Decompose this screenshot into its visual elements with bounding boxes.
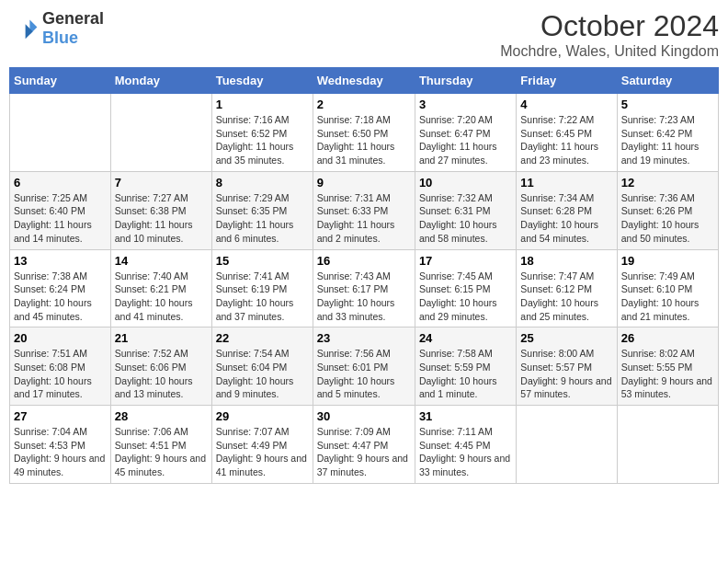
calendar-cell: 26Sunrise: 8:02 AMSunset: 5:55 PMDayligh… <box>617 327 718 406</box>
calendar-cell: 4Sunrise: 7:22 AMSunset: 6:45 PMDaylight… <box>517 94 617 172</box>
calendar-cell: 28Sunrise: 7:06 AMSunset: 4:51 PMDayligh… <box>110 406 211 484</box>
day-info: Sunrise: 7:09 AMSunset: 4:47 PMDaylight:… <box>317 425 411 479</box>
day-info: Sunrise: 7:43 AMSunset: 6:17 PMDaylight:… <box>317 270 411 324</box>
week-row-3: 13Sunrise: 7:38 AMSunset: 6:24 PMDayligh… <box>10 249 719 327</box>
calendar-cell: 21Sunrise: 7:52 AMSunset: 6:06 PMDayligh… <box>110 327 211 406</box>
calendar-cell <box>517 406 617 484</box>
day-number: 6 <box>14 176 107 190</box>
day-number: 19 <box>621 254 714 268</box>
day-number: 16 <box>317 254 411 268</box>
day-number: 11 <box>520 176 612 190</box>
day-number: 2 <box>317 98 411 111</box>
calendar-cell: 9Sunrise: 7:31 AMSunset: 6:33 PMDaylight… <box>313 171 415 249</box>
location: Mochdre, Wales, United Kingdom <box>500 43 719 60</box>
calendar-cell: 10Sunrise: 7:32 AMSunset: 6:31 PMDayligh… <box>415 171 516 249</box>
day-number: 26 <box>621 331 714 345</box>
calendar-cell: 7Sunrise: 7:27 AMSunset: 6:38 PMDaylight… <box>110 171 211 249</box>
calendar-cell: 8Sunrise: 7:29 AMSunset: 6:35 PMDaylight… <box>211 171 313 249</box>
day-number: 21 <box>115 331 208 345</box>
day-info: Sunrise: 7:20 AMSunset: 6:47 PMDaylight:… <box>419 113 512 167</box>
calendar-cell: 18Sunrise: 7:47 AMSunset: 6:12 PMDayligh… <box>517 249 617 327</box>
calendar-cell: 19Sunrise: 7:49 AMSunset: 6:10 PMDayligh… <box>617 249 718 327</box>
calendar-cell <box>110 94 211 172</box>
day-number: 20 <box>14 331 107 345</box>
calendar-cell: 17Sunrise: 7:45 AMSunset: 6:15 PMDayligh… <box>415 249 516 327</box>
day-number: 28 <box>115 409 208 423</box>
day-number: 14 <box>115 254 208 268</box>
header: General Blue October 2024 Mochdre, Wales… <box>9 9 719 60</box>
day-info: Sunrise: 7:32 AMSunset: 6:31 PMDaylight:… <box>419 191 512 246</box>
day-number: 30 <box>317 409 411 423</box>
calendar-cell: 3Sunrise: 7:20 AMSunset: 6:47 PMDaylight… <box>415 94 516 172</box>
day-info: Sunrise: 7:06 AMSunset: 4:51 PMDaylight:… <box>115 425 208 479</box>
day-info: Sunrise: 7:47 AMSunset: 6:12 PMDaylight:… <box>520 270 612 324</box>
day-info: Sunrise: 7:23 AMSunset: 6:42 PMDaylight:… <box>621 113 714 167</box>
day-info: Sunrise: 7:41 AMSunset: 6:19 PMDaylight:… <box>216 270 309 324</box>
logo-text: General Blue <box>42 9 104 48</box>
calendar-cell: 20Sunrise: 7:51 AMSunset: 6:08 PMDayligh… <box>10 327 111 406</box>
day-info: Sunrise: 7:38 AMSunset: 6:24 PMDaylight:… <box>14 270 107 324</box>
day-number: 22 <box>216 331 309 345</box>
logo-blue: Blue <box>42 29 78 47</box>
day-info: Sunrise: 8:00 AMSunset: 5:57 PMDaylight:… <box>520 347 612 401</box>
day-number: 25 <box>520 331 612 345</box>
day-number: 23 <box>317 331 411 345</box>
month-title: October 2024 <box>500 9 719 43</box>
calendar-cell <box>617 406 718 484</box>
day-header-friday: Friday <box>517 68 617 94</box>
day-number: 10 <box>419 176 512 190</box>
week-row-1: 1Sunrise: 7:16 AMSunset: 6:52 PMDaylight… <box>10 94 719 172</box>
day-number: 29 <box>216 409 309 423</box>
calendar-cell: 23Sunrise: 7:56 AMSunset: 6:01 PMDayligh… <box>313 327 415 406</box>
day-number: 1 <box>216 98 309 111</box>
day-info: Sunrise: 7:58 AMSunset: 5:59 PMDaylight:… <box>419 347 512 401</box>
day-number: 13 <box>14 254 107 268</box>
day-info: Sunrise: 7:18 AMSunset: 6:50 PMDaylight:… <box>317 113 411 167</box>
calendar-cell: 5Sunrise: 7:23 AMSunset: 6:42 PMDaylight… <box>617 94 718 172</box>
week-row-2: 6Sunrise: 7:25 AMSunset: 6:40 PMDaylight… <box>10 171 719 249</box>
day-info: Sunrise: 7:45 AMSunset: 6:15 PMDaylight:… <box>419 270 512 324</box>
day-number: 9 <box>317 176 411 190</box>
day-info: Sunrise: 7:54 AMSunset: 6:04 PMDaylight:… <box>216 347 309 401</box>
calendar-cell: 6Sunrise: 7:25 AMSunset: 6:40 PMDaylight… <box>10 171 111 249</box>
logo: General Blue <box>9 9 104 48</box>
day-header-monday: Monday <box>110 68 211 94</box>
day-info: Sunrise: 7:22 AMSunset: 6:45 PMDaylight:… <box>520 113 612 167</box>
day-number: 24 <box>419 331 512 345</box>
day-info: Sunrise: 7:51 AMSunset: 6:08 PMDaylight:… <box>14 347 107 401</box>
day-header-tuesday: Tuesday <box>211 68 313 94</box>
day-info: Sunrise: 7:34 AMSunset: 6:28 PMDaylight:… <box>520 191 612 246</box>
calendar-cell: 16Sunrise: 7:43 AMSunset: 6:17 PMDayligh… <box>313 249 415 327</box>
day-info: Sunrise: 8:02 AMSunset: 5:55 PMDaylight:… <box>621 347 714 401</box>
calendar-cell: 30Sunrise: 7:09 AMSunset: 4:47 PMDayligh… <box>313 406 415 484</box>
day-number: 31 <box>419 409 512 423</box>
calendar-table: SundayMondayTuesdayWednesdayThursdayFrid… <box>9 67 719 484</box>
day-headers-row: SundayMondayTuesdayWednesdayThursdayFrid… <box>10 68 719 94</box>
title-area: October 2024 Mochdre, Wales, United King… <box>500 9 719 60</box>
day-info: Sunrise: 7:36 AMSunset: 6:26 PMDaylight:… <box>621 191 714 246</box>
calendar-cell <box>10 94 111 172</box>
calendar-cell: 13Sunrise: 7:38 AMSunset: 6:24 PMDayligh… <box>10 249 111 327</box>
logo-icon <box>9 14 39 43</box>
calendar-cell: 24Sunrise: 7:58 AMSunset: 5:59 PMDayligh… <box>415 327 516 406</box>
calendar-cell: 11Sunrise: 7:34 AMSunset: 6:28 PMDayligh… <box>517 171 617 249</box>
day-number: 15 <box>216 254 309 268</box>
day-info: Sunrise: 7:49 AMSunset: 6:10 PMDaylight:… <box>621 270 714 324</box>
calendar-cell: 27Sunrise: 7:04 AMSunset: 4:53 PMDayligh… <box>10 406 111 484</box>
day-number: 27 <box>14 409 107 423</box>
day-number: 5 <box>621 98 714 111</box>
day-info: Sunrise: 7:11 AMSunset: 4:45 PMDaylight:… <box>419 425 512 479</box>
day-number: 17 <box>419 254 512 268</box>
day-info: Sunrise: 7:29 AMSunset: 6:35 PMDaylight:… <box>216 191 309 246</box>
day-number: 7 <box>115 176 208 190</box>
day-info: Sunrise: 7:04 AMSunset: 4:53 PMDaylight:… <box>14 425 107 479</box>
day-info: Sunrise: 7:56 AMSunset: 6:01 PMDaylight:… <box>317 347 411 401</box>
day-header-wednesday: Wednesday <box>313 68 415 94</box>
calendar-cell: 14Sunrise: 7:40 AMSunset: 6:21 PMDayligh… <box>110 249 211 327</box>
day-number: 12 <box>621 176 714 190</box>
day-info: Sunrise: 7:27 AMSunset: 6:38 PMDaylight:… <box>115 191 208 246</box>
week-row-5: 27Sunrise: 7:04 AMSunset: 4:53 PMDayligh… <box>10 406 719 484</box>
day-info: Sunrise: 7:52 AMSunset: 6:06 PMDaylight:… <box>115 347 208 401</box>
day-info: Sunrise: 7:40 AMSunset: 6:21 PMDaylight:… <box>115 270 208 324</box>
calendar-cell: 12Sunrise: 7:36 AMSunset: 6:26 PMDayligh… <box>617 171 718 249</box>
